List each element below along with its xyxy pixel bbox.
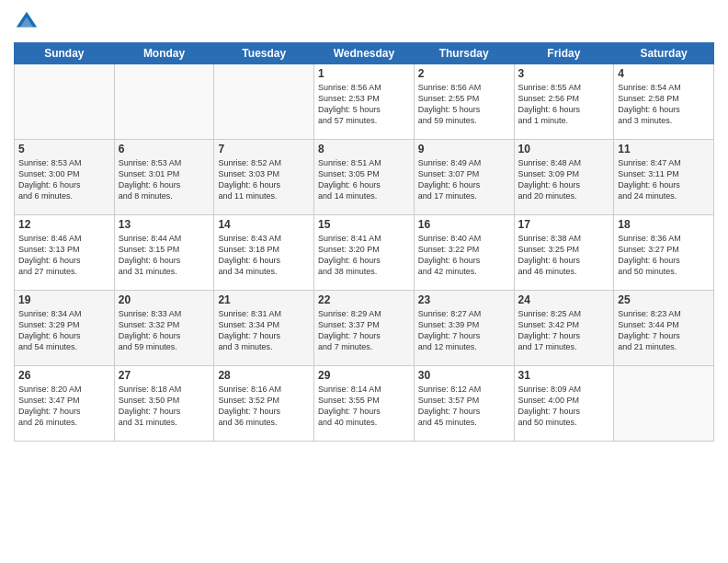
day-number: 27: [119, 369, 210, 382]
calendar-header-tuesday: Tuesday: [214, 43, 314, 64]
day-info: Sunrise: 8:53 AM Sunset: 3:00 PM Dayligh…: [18, 157, 110, 202]
calendar-cell: 5Sunrise: 8:53 AM Sunset: 3:00 PM Daylig…: [15, 140, 115, 215]
day-number: 20: [119, 293, 210, 306]
day-number: 12: [18, 218, 110, 231]
calendar-cell: [15, 64, 115, 140]
day-number: 7: [218, 143, 310, 155]
day-info: Sunrise: 8:27 AM Sunset: 3:39 PM Dayligh…: [418, 308, 510, 353]
calendar-cell: 17Sunrise: 8:38 AM Sunset: 3:25 PM Dayli…: [514, 215, 614, 291]
calendar-header-row: SundayMondayTuesdayWednesdayThursdayFrid…: [15, 43, 714, 64]
day-number: 17: [518, 218, 610, 231]
calendar-week-row: 19Sunrise: 8:34 AM Sunset: 3:29 PM Dayli…: [15, 291, 714, 366]
day-info: Sunrise: 8:09 AM Sunset: 4:00 PM Dayligh…: [518, 384, 610, 429]
day-number: 2: [418, 67, 510, 80]
day-info: Sunrise: 8:51 AM Sunset: 3:05 PM Dayligh…: [318, 157, 410, 202]
day-info: Sunrise: 8:40 AM Sunset: 3:22 PM Dayligh…: [418, 233, 510, 278]
day-info: Sunrise: 8:43 AM Sunset: 3:18 PM Dayligh…: [218, 233, 310, 278]
day-number: 23: [418, 293, 510, 306]
day-number: 29: [318, 369, 410, 382]
day-number: 13: [119, 218, 210, 231]
calendar-cell: 8Sunrise: 8:51 AM Sunset: 3:05 PM Daylig…: [314, 140, 415, 215]
day-info: Sunrise: 8:33 AM Sunset: 3:32 PM Dayligh…: [119, 308, 210, 353]
calendar-cell: 13Sunrise: 8:44 AM Sunset: 3:15 PM Dayli…: [114, 215, 214, 291]
calendar-cell: 12Sunrise: 8:46 AM Sunset: 3:13 PM Dayli…: [15, 215, 115, 291]
calendar-cell: 26Sunrise: 8:20 AM Sunset: 3:47 PM Dayli…: [15, 366, 115, 442]
day-number: 10: [518, 143, 610, 155]
calendar-cell: 21Sunrise: 8:31 AM Sunset: 3:34 PM Dayli…: [214, 291, 314, 366]
calendar-cell: 25Sunrise: 8:23 AM Sunset: 3:44 PM Dayli…: [614, 291, 714, 366]
day-info: Sunrise: 8:31 AM Sunset: 3:34 PM Dayligh…: [218, 308, 310, 353]
day-info: Sunrise: 8:29 AM Sunset: 3:37 PM Dayligh…: [318, 308, 410, 353]
day-number: 28: [218, 369, 310, 382]
day-number: 5: [18, 143, 110, 155]
page: SundayMondayTuesdayWednesdayThursdayFrid…: [0, 0, 728, 563]
calendar-cell: 22Sunrise: 8:29 AM Sunset: 3:37 PM Dayli…: [314, 291, 415, 366]
header: [14, 9, 714, 35]
day-info: Sunrise: 8:56 AM Sunset: 2:55 PM Dayligh…: [418, 82, 510, 127]
day-info: Sunrise: 8:18 AM Sunset: 3:50 PM Dayligh…: [119, 384, 210, 429]
day-info: Sunrise: 8:41 AM Sunset: 3:20 PM Dayligh…: [318, 233, 410, 278]
day-info: Sunrise: 8:55 AM Sunset: 2:56 PM Dayligh…: [518, 82, 610, 127]
day-number: 1: [318, 67, 410, 80]
day-number: 19: [18, 293, 110, 306]
day-number: 9: [418, 143, 510, 155]
day-info: Sunrise: 8:25 AM Sunset: 3:42 PM Dayligh…: [518, 308, 610, 353]
calendar-week-row: 26Sunrise: 8:20 AM Sunset: 3:47 PM Dayli…: [15, 366, 714, 442]
day-number: 21: [218, 293, 310, 306]
logo-icon: [14, 9, 40, 35]
calendar-cell: 29Sunrise: 8:14 AM Sunset: 3:55 PM Dayli…: [314, 366, 415, 442]
calendar-cell: 18Sunrise: 8:36 AM Sunset: 3:27 PM Dayli…: [614, 215, 714, 291]
calendar-cell: 4Sunrise: 8:54 AM Sunset: 2:58 PM Daylig…: [614, 64, 714, 140]
day-info: Sunrise: 8:47 AM Sunset: 3:11 PM Dayligh…: [618, 157, 710, 202]
day-number: 26: [18, 369, 110, 382]
calendar-cell: 15Sunrise: 8:41 AM Sunset: 3:20 PM Dayli…: [314, 215, 415, 291]
calendar-header-friday: Friday: [514, 43, 614, 64]
day-number: 15: [318, 218, 410, 231]
day-number: 11: [618, 143, 710, 155]
day-info: Sunrise: 8:53 AM Sunset: 3:01 PM Dayligh…: [119, 157, 210, 202]
calendar-week-row: 1Sunrise: 8:56 AM Sunset: 2:53 PM Daylig…: [15, 64, 714, 140]
calendar-week-row: 12Sunrise: 8:46 AM Sunset: 3:13 PM Dayli…: [15, 215, 714, 291]
calendar-cell: [614, 366, 714, 442]
day-number: 30: [418, 369, 510, 382]
day-number: 25: [618, 293, 710, 306]
calendar-header-sunday: Sunday: [15, 43, 115, 64]
day-info: Sunrise: 8:12 AM Sunset: 3:57 PM Dayligh…: [418, 384, 510, 429]
day-number: 14: [218, 218, 310, 231]
calendar-cell: 19Sunrise: 8:34 AM Sunset: 3:29 PM Dayli…: [15, 291, 115, 366]
day-number: 24: [518, 293, 610, 306]
day-info: Sunrise: 8:56 AM Sunset: 2:53 PM Dayligh…: [318, 82, 410, 127]
day-info: Sunrise: 8:44 AM Sunset: 3:15 PM Dayligh…: [119, 233, 210, 278]
calendar-cell: 11Sunrise: 8:47 AM Sunset: 3:11 PM Dayli…: [614, 140, 714, 215]
calendar-cell: [214, 64, 314, 140]
day-number: 4: [618, 67, 710, 80]
day-info: Sunrise: 8:52 AM Sunset: 3:03 PM Dayligh…: [218, 157, 310, 202]
calendar-header-monday: Monday: [114, 43, 214, 64]
day-number: 6: [119, 143, 210, 155]
calendar-table: SundayMondayTuesdayWednesdayThursdayFrid…: [14, 42, 714, 442]
day-number: 8: [318, 143, 410, 155]
calendar-header-thursday: Thursday: [414, 43, 514, 64]
calendar-cell: 3Sunrise: 8:55 AM Sunset: 2:56 PM Daylig…: [514, 64, 614, 140]
day-info: Sunrise: 8:34 AM Sunset: 3:29 PM Dayligh…: [18, 308, 110, 353]
calendar-cell: 14Sunrise: 8:43 AM Sunset: 3:18 PM Dayli…: [214, 215, 314, 291]
calendar-header-saturday: Saturday: [614, 43, 714, 64]
calendar-cell: 27Sunrise: 8:18 AM Sunset: 3:50 PM Dayli…: [114, 366, 214, 442]
calendar-cell: [114, 64, 214, 140]
calendar-cell: 23Sunrise: 8:27 AM Sunset: 3:39 PM Dayli…: [414, 291, 514, 366]
day-info: Sunrise: 8:16 AM Sunset: 3:52 PM Dayligh…: [218, 384, 310, 429]
calendar-cell: 30Sunrise: 8:12 AM Sunset: 3:57 PM Dayli…: [414, 366, 514, 442]
day-number: 31: [518, 369, 610, 382]
calendar-cell: 2Sunrise: 8:56 AM Sunset: 2:55 PM Daylig…: [414, 64, 514, 140]
day-info: Sunrise: 8:23 AM Sunset: 3:44 PM Dayligh…: [618, 308, 710, 353]
calendar-week-row: 5Sunrise: 8:53 AM Sunset: 3:00 PM Daylig…: [15, 140, 714, 215]
calendar-cell: 1Sunrise: 8:56 AM Sunset: 2:53 PM Daylig…: [314, 64, 415, 140]
day-info: Sunrise: 8:38 AM Sunset: 3:25 PM Dayligh…: [518, 233, 610, 278]
calendar-cell: 6Sunrise: 8:53 AM Sunset: 3:01 PM Daylig…: [114, 140, 214, 215]
calendar-cell: 24Sunrise: 8:25 AM Sunset: 3:42 PM Dayli…: [514, 291, 614, 366]
calendar-cell: 28Sunrise: 8:16 AM Sunset: 3:52 PM Dayli…: [214, 366, 314, 442]
logo: [14, 9, 41, 35]
day-info: Sunrise: 8:46 AM Sunset: 3:13 PM Dayligh…: [18, 233, 110, 278]
day-info: Sunrise: 8:54 AM Sunset: 2:58 PM Dayligh…: [618, 82, 710, 127]
calendar-cell: 7Sunrise: 8:52 AM Sunset: 3:03 PM Daylig…: [214, 140, 314, 215]
